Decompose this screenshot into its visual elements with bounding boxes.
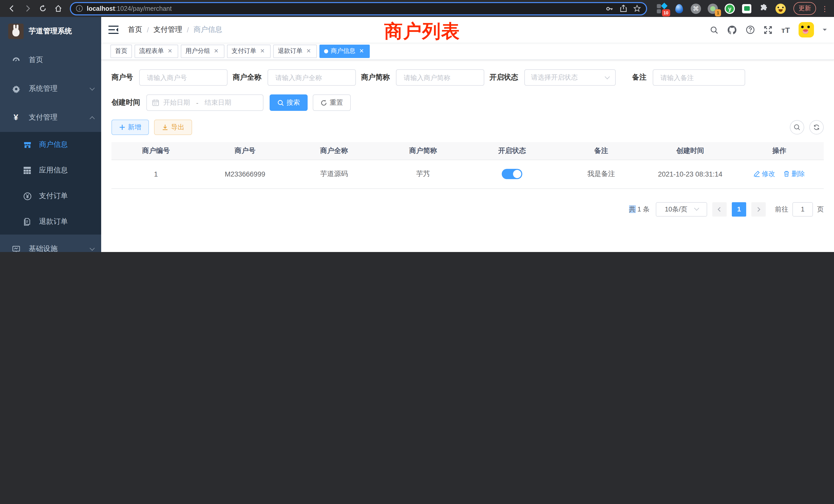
cell-remark: 我是备注 [557,160,646,188]
reload-icon[interactable] [36,2,49,15]
cell-merchant-no: M233666999 [200,160,290,188]
date-range-picker[interactable]: 开始日期 - 结束日期 [146,94,263,111]
merchant-name-input[interactable] [274,73,349,82]
command-extension-icon[interactable]: ⌘ [690,3,702,14]
sidebar-item-pay-order[interactable]: 支付订单 [0,183,101,209]
status-select[interactable]: 请选择开启状态 [524,69,616,86]
sidebar-item-label: 应用信息 [39,166,68,175]
edit-link[interactable]: 修改 [754,169,775,179]
filter-label: 商户号 [111,73,139,82]
sidebar: 芋道管理系统 首页 系统管理 ¥ 支付管理 [0,17,101,252]
chevron-down-icon [90,246,95,251]
home-icon[interactable] [51,2,65,15]
filter-merchant-name: 商户全称 [233,69,356,86]
close-icon[interactable]: ✕ [213,47,220,55]
sidebar-item-label: 首页 [29,55,94,65]
col-actions: 操作 [734,142,824,160]
prev-page-button[interactable] [712,202,727,216]
password-key-icon[interactable] [606,4,614,13]
back-icon[interactable] [5,2,19,15]
search-button[interactable]: 搜索 [270,94,308,111]
goto-label: 前往 [775,205,788,214]
tab-home[interactable]: 首页 [110,44,132,58]
filter-label: 备注 [632,73,653,82]
address-bar[interactable]: i localhost:1024/pay/merchant [70,2,647,15]
page-size-select[interactable]: 10条/页 [656,202,707,216]
tab-process-form[interactable]: 流程表单✕ [135,44,178,58]
document-icon [23,217,32,226]
help-icon[interactable] [746,25,755,35]
sidebar-item-refund-order[interactable]: 退款订单 [0,209,101,234]
merchant-no-input[interactable] [146,73,221,82]
chevron-down-icon [90,86,95,91]
reset-button[interactable]: 重置 [313,94,351,111]
add-button[interactable]: 新增 [111,120,149,135]
current-page[interactable]: 1 [732,202,746,216]
tab-user-group[interactable]: 用户分组✕ [181,44,224,58]
short-name-input[interactable] [403,73,478,82]
gear-icon [11,85,21,93]
cell-merchant-id: 1 [111,160,200,188]
page-content: 商户号 商户全称 商户简称 开启状态 请选择开启状态 [101,60,834,252]
tab-refund-order[interactable]: 退款订单✕ [273,44,317,58]
sidebar-item-label: 系统管理 [29,84,90,93]
next-page-button[interactable] [751,202,766,216]
sidebar-item-system[interactable]: 系统管理 [0,74,101,103]
avatar-caret-icon[interactable] [823,29,827,33]
pagination: 共 1 条 10条/页 1 前往 页 [111,202,824,216]
yen-circle-icon [23,192,32,201]
tab-pay-order[interactable]: 支付订单✕ [227,44,271,58]
grid-icon [23,166,32,175]
goto-page-input[interactable] [792,202,813,216]
breadcrumb-payment[interactable]: 支付管理 [154,25,182,35]
tab-merchant-info[interactable]: 商户信息✕ [320,44,370,58]
end-date-placeholder: 结束日期 [205,98,232,107]
font-size-icon[interactable]: ᴛT [781,25,790,34]
close-icon[interactable]: ✕ [167,47,174,55]
refresh-table-icon[interactable] [809,120,824,135]
browser-menu-icon[interactable]: ⋮ [821,4,829,13]
chat-extension-icon[interactable] [741,3,752,14]
recorder-extension-icon[interactable]: 1 [707,3,719,14]
extensions-puzzle-icon[interactable] [758,3,769,14]
delete-link[interactable]: 删除 [783,169,805,179]
blocker-extension-icon[interactable]: 10 [656,3,667,14]
navbar: 首页 / 支付管理 / 商户信息 [101,17,834,43]
breadcrumb-home[interactable]: 首页 [128,25,142,35]
export-button[interactable]: 导出 [154,120,192,135]
close-icon[interactable]: ✕ [259,47,266,55]
y-extension-icon[interactable]: y [724,3,736,14]
col-create-time: 创建时间 [646,142,735,160]
close-icon[interactable]: ✕ [358,47,365,55]
user-avatar[interactable] [798,22,814,38]
chrome-update-button[interactable]: 更新 [793,2,816,15]
toggle-search-icon[interactable] [790,120,804,135]
screen: i localhost:1024/pay/merchant 10 ⌘ [0,0,834,252]
fullscreen-icon[interactable] [764,25,773,34]
yen-icon: ¥ [11,113,21,122]
share-icon[interactable] [620,5,627,12]
url-host: localhost [87,5,115,12]
url: localhost:1024/pay/merchant [87,5,599,12]
github-icon[interactable] [727,25,737,35]
sidebar-item-merchant-info[interactable]: 商户信息 [0,132,101,158]
sidebar-item-payment[interactable]: ¥ 支付管理 [0,103,101,132]
forward-icon[interactable] [21,2,34,15]
sidebar-collapse-icon[interactable] [108,25,118,34]
gem-extension-icon[interactable] [673,3,684,14]
app-logo-row[interactable]: 芋道管理系统 [0,17,101,46]
sidebar-item-app-info[interactable]: 应用信息 [0,158,101,183]
bookmark-star-icon[interactable] [633,5,641,12]
profile-avatar-icon[interactable] [775,3,786,14]
status-toggle[interactable] [502,169,522,179]
table-row: 1 M233666999 芋道源码 芋艿 我是备注 2021-10-23 08:… [111,160,824,188]
header-search-icon[interactable] [710,25,719,34]
remark-input[interactable] [659,73,739,82]
sidebar-item-home[interactable]: 首页 [0,46,101,74]
total-count: 共 1 条 [629,205,650,214]
sidebar-item-infra[interactable]: 基础设施 [0,234,101,252]
cell-create-time: 2021-10-23 08:31:14 [646,160,735,188]
page-info-icon[interactable]: i [76,5,83,12]
close-icon[interactable]: ✕ [305,47,312,55]
filter-label: 商户简称 [361,73,396,82]
